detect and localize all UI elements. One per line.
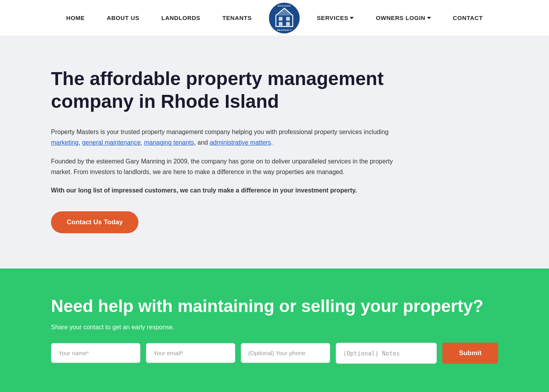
owners-login-arrow-icon <box>427 17 431 19</box>
header: HOME ABOUT US LANDLORDS TENANTS PROPERTY… <box>0 0 549 36</box>
svg-rect-5 <box>279 22 282 25</box>
svg-rect-6 <box>286 22 290 25</box>
tenants-link[interactable]: managing tenants <box>144 139 194 146</box>
hero-section: The affordable property management compa… <box>0 36 549 269</box>
nav-item-tenants[interactable]: TENANTS <box>211 15 263 21</box>
svg-text:MASTERS: MASTERS <box>278 5 291 7</box>
marketing-link[interactable]: marketing <box>51 139 78 146</box>
main-nav: HOME ABOUT US LANDLORDS TENANTS PROPERTY… <box>55 0 494 36</box>
svg-rect-4 <box>286 17 290 20</box>
svg-text:PROPERTY: PROPERTY <box>277 29 292 31</box>
hero-founded-paragraph: Founded by the esteemed Gary Manning in … <box>51 156 404 177</box>
nav-item-services[interactable]: SERVICES <box>306 15 365 21</box>
name-input[interactable] <box>51 343 140 363</box>
hero-intro-paragraph: Property Masters is your trusted propert… <box>51 127 404 148</box>
contact-form-section: Need help with maintaining or selling yo… <box>0 269 549 392</box>
hero-heading: The affordable property management compa… <box>51 67 404 113</box>
nav-item-owners-login[interactable]: OWNERS LOGIN <box>365 15 442 21</box>
admin-link[interactable]: administrative matters <box>210 139 271 146</box>
submit-button[interactable]: Submit <box>442 343 498 364</box>
nav-item-landlords[interactable]: LANDLORDS <box>150 15 211 21</box>
contact-section-subtitle: Share your contact to get an early respo… <box>51 324 498 331</box>
logo[interactable]: PROPERTY MASTERS <box>267 0 302 36</box>
svg-rect-3 <box>279 17 282 20</box>
contact-section-heading: Need help with maintaining or selling yo… <box>51 296 498 317</box>
nav-item-about-us[interactable]: ABOUT US <box>96 15 150 21</box>
email-input[interactable] <box>146 343 235 363</box>
contact-form: Submit <box>51 343 498 364</box>
maintenance-link[interactable]: general maintenance <box>82 139 140 146</box>
hero-bold-paragraph: With our long list of impressed customer… <box>51 185 404 196</box>
services-arrow-icon <box>350 17 354 19</box>
phone-input[interactable] <box>241 343 330 363</box>
nav-item-home[interactable]: HOME <box>55 15 96 21</box>
notes-input[interactable] <box>336 343 437 364</box>
nav-item-contact[interactable]: CONTACT <box>442 15 494 21</box>
contact-us-today-button[interactable]: Contact Us Today <box>51 211 138 233</box>
